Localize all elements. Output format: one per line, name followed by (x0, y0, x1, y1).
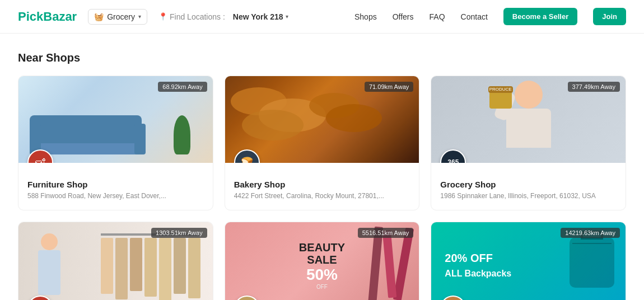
logo-part2: Bazar (43, 10, 77, 24)
header: PickBazar 🧺 Grocery ▾ 📍 Find Locations :… (0, 0, 644, 34)
nav-shops[interactable]: Shops (354, 12, 377, 21)
off-text: OFF (299, 284, 345, 290)
join-button[interactable]: Join (593, 8, 626, 25)
pin-icon: 📍 (158, 12, 167, 21)
location-chevron-icon: ▾ (286, 13, 288, 20)
shop-card-makeup[interactable]: BEAUTYSALE 50% OFF 5516.51km Away 💄 Make… (225, 222, 420, 300)
shop-image-wrapper: 68.92km Away 🛋 (18, 76, 213, 163)
main-nav: Shops Offers FAQ Contact Become a Seller… (354, 8, 626, 25)
shop-address-furniture: 588 Finwood Road, New Jersey, East Dover… (27, 191, 204, 201)
shop-name-bakery: Bakery Shop (234, 180, 410, 189)
bags-discount-text: 20% OFFALL Backpacks (445, 251, 511, 280)
logo: PickBazar (18, 10, 77, 24)
distance-badge-furniture: 68.92km Away (158, 82, 207, 92)
shop-address-bakery: 4422 Fort Street, Carolina, Rocky Mount,… (234, 191, 410, 201)
chevron-down-icon: ▾ (138, 13, 141, 20)
find-locations-label: Find Locations : (170, 12, 225, 21)
shop-address-grocery: 1986 Spinnaker Lane, Illinois, Freeport,… (440, 191, 617, 201)
distance-badge-bakery: 71.09km Away (365, 82, 413, 92)
shop-card-grocery[interactable]: PRODUCE 377.49km Away 365 Grocery Shop 1… (431, 76, 626, 210)
nav-contact[interactable]: Contact (461, 12, 488, 21)
section-title: Near Shops (18, 51, 626, 64)
shop-image-wrapper-bags: 20% OFFALL Backpacks 14219.63km Away 👜 (431, 222, 626, 300)
nav-faq[interactable]: FAQ (430, 12, 445, 21)
shop-image-wrapper-clothing: 1303.51km Away 👗 (18, 222, 213, 300)
shop-info-bakery: Bakery Shop 4422 Fort Street, Carolina, … (225, 163, 419, 210)
sale-percent: 50% (306, 266, 338, 284)
shop-image-wrapper-makeup: BEAUTYSALE 50% OFF 5516.51km Away 💄 (225, 222, 419, 300)
shop-card-bags[interactable]: 20% OFFALL Backpacks 14219.63km Away 👜 B… (431, 222, 626, 300)
shop-info-grocery: Grocery Shop 1986 Spinnaker Lane, Illino… (431, 163, 626, 210)
logo-part1: Pick (18, 10, 43, 24)
shop-name-furniture: Furniture Shop (27, 180, 204, 189)
shop-card-clothing[interactable]: 1303.51km Away 👗 Clothing Shop 4885 Spri… (18, 222, 213, 300)
grocery-selector[interactable]: 🧺 Grocery ▾ (88, 9, 147, 25)
grocery-label: Grocery (107, 12, 135, 21)
shop-name-grocery: Grocery Shop (440, 180, 617, 189)
shop-image-wrapper-grocery: PRODUCE 377.49km Away 365 (431, 76, 626, 163)
distance-badge-clothing: 1303.51km Away (151, 228, 207, 238)
location-selector[interactable]: 📍 Find Locations : New York 218 ▾ (158, 12, 288, 21)
main-content: Near Shops 68.92km Away 🛋 Furniture Shop (0, 34, 644, 300)
nav-offers[interactable]: Offers (393, 12, 414, 21)
beauty-sale-text: BEAUTYSALE (299, 241, 345, 266)
basket-icon: 🧺 (94, 12, 104, 21)
shop-image-wrapper-bakery: 71.09km Away 🍞 (225, 76, 419, 163)
distance-badge-grocery: 377.49km Away (568, 82, 620, 92)
shop-info-furniture: Furniture Shop 588 Finwood Road, New Jer… (18, 163, 213, 210)
shops-grid: 68.92km Away 🛋 Furniture Shop 588 Finwoo… (18, 76, 626, 300)
shop-card-bakery[interactable]: 71.09km Away 🍞 Bakery Shop 4422 Fort Str… (225, 76, 420, 210)
shop-card-furniture[interactable]: 68.92km Away 🛋 Furniture Shop 588 Finwoo… (18, 76, 213, 210)
location-name: New York 218 (233, 12, 283, 21)
become-seller-button[interactable]: Become a Seller (503, 8, 577, 25)
distance-badge-makeup: 5516.51km Away (358, 228, 414, 238)
distance-badge-bags: 14219.63km Away (561, 228, 620, 238)
